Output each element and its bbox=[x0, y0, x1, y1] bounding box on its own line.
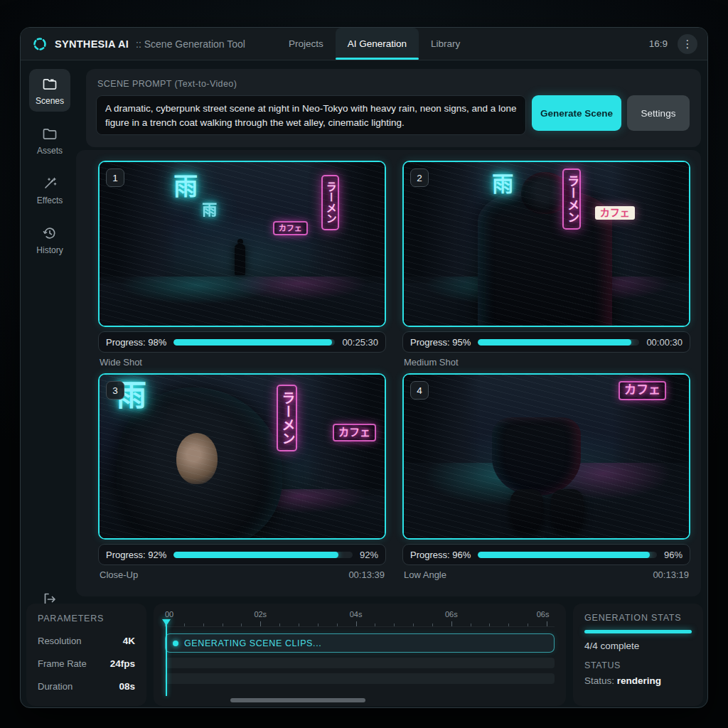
app-title: SYNTHESIA AI bbox=[55, 38, 129, 50]
figure-silhouette bbox=[478, 191, 611, 327]
sidebar-item-effects[interactable]: Effects bbox=[29, 168, 70, 211]
tick-label-1: 02s bbox=[254, 610, 267, 619]
clip-shot-label: Low Angle bbox=[404, 569, 446, 580]
tab-ai-generation[interactable]: AI Generation bbox=[336, 28, 419, 60]
stats-progress-bar bbox=[584, 630, 692, 633]
timeline-ruler-labels: 00 02s 04s 06s 06s bbox=[165, 610, 555, 620]
tab-projects[interactable]: Projects bbox=[277, 28, 336, 60]
scene-prompt-input[interactable]: A dramatic, cyberpunk street scene at ni… bbox=[96, 95, 526, 135]
clip-card-4: カフェ 4 Progress: 96% 96% Low Angle 00:13: bbox=[402, 373, 690, 580]
stats-complete-label: 4/4 complete bbox=[584, 641, 692, 651]
stats-status-header: STATUS bbox=[584, 660, 692, 670]
clip-card-3: 雨 ラーメン カフェ 3 Progress: 92% 92% Close-Up … bbox=[98, 373, 386, 580]
progress-label: Progress: 96% bbox=[410, 550, 471, 560]
clip-shot-label: Close-Up bbox=[100, 569, 138, 580]
tab-library[interactable]: Library bbox=[419, 28, 472, 60]
tick-label-4: 06s bbox=[537, 610, 550, 619]
neon-sign-ramen: ラーメン bbox=[321, 175, 339, 230]
sidebar-label-history: History bbox=[36, 245, 63, 255]
sidebar-item-assets[interactable]: Assets bbox=[29, 119, 70, 161]
clip-progress-row: Progress: 96% 96% bbox=[402, 544, 690, 565]
neon-sign-rain: 雨 bbox=[492, 172, 513, 196]
settings-button[interactable]: Settings bbox=[627, 95, 690, 131]
status-value: rendering bbox=[617, 675, 661, 686]
param-row-resolution: Resolution 4K bbox=[38, 636, 135, 646]
neon-sign-ramen: ラーメン bbox=[277, 385, 297, 451]
clip-footer: Close-Up 00:13:39 bbox=[98, 569, 386, 580]
nav-tabs: Projects AI Generation Library bbox=[277, 28, 472, 60]
parameters-panel: PARAMETERS Resolution 4K Frame Rate 24fp… bbox=[26, 604, 146, 706]
sidebar-item-scenes[interactable]: Scenes bbox=[29, 69, 70, 112]
figure-boot-right bbox=[551, 489, 584, 530]
clip-number-badge: 4 bbox=[410, 381, 429, 400]
navbar-right: 16:9 ⋮ bbox=[649, 28, 697, 60]
clip-card-1: 雨 雨 ラーメン カフェ 1 Progress: 98% 00:25:30 Wi bbox=[98, 161, 386, 368]
folder-open-icon bbox=[41, 75, 58, 92]
clip-video-3[interactable]: 雨 ラーメン カフェ 3 bbox=[98, 373, 386, 540]
figure-coat bbox=[492, 417, 580, 496]
figure-boot-left bbox=[510, 489, 543, 530]
tick-label-3: 06s bbox=[445, 610, 458, 619]
clip-card-2: 雨 ラーメン カフェ 2 Progress: 95% 00:00:30 Medi… bbox=[402, 161, 690, 368]
neon-sign-ramen: ラーメン bbox=[562, 168, 582, 230]
neon-sign-cafe: カフェ bbox=[273, 221, 308, 235]
generating-label: GENERATING SCENE CLIPS... bbox=[184, 638, 321, 648]
clip-footer: Low Angle 00:13:19 bbox=[402, 569, 690, 580]
clip-video-2[interactable]: 雨 ラーメン カフェ 2 bbox=[402, 161, 690, 327]
clip-number-badge: 1 bbox=[106, 168, 124, 187]
param-row-duration: Duration 08s bbox=[38, 681, 135, 692]
clip-number-badge: 2 bbox=[410, 168, 429, 187]
generating-track[interactable]: GENERATING SCENE CLIPS... bbox=[165, 633, 555, 653]
progress-time: 00:25:30 bbox=[342, 337, 378, 348]
clip-scene-1: 雨 雨 ラーメン カフェ bbox=[100, 162, 385, 326]
brand-logo-icon bbox=[32, 36, 48, 52]
playhead-line[interactable] bbox=[166, 623, 167, 696]
param-label: Frame Rate bbox=[38, 658, 87, 669]
app-subtitle: :: Scene Generation Tool bbox=[136, 38, 245, 50]
clip-video-1[interactable]: 雨 雨 ラーメン カフェ 1 bbox=[98, 161, 386, 327]
sidebar-label-scenes: Scenes bbox=[36, 96, 64, 106]
parameters-title: PARAMETERS bbox=[38, 614, 135, 623]
timeline-track-empty-2[interactable] bbox=[165, 673, 555, 684]
magic-wand-icon bbox=[41, 175, 58, 192]
neon-sign-cafe: カフェ bbox=[619, 381, 666, 400]
timeline-scrollbar[interactable] bbox=[230, 698, 365, 702]
timeline-track-empty-1[interactable] bbox=[165, 658, 555, 668]
timeline-panel[interactable]: 00 02s 04s 06s 06s GENERATING SCENE CLIP… bbox=[154, 604, 566, 706]
clip-scene-4: カフェ bbox=[404, 375, 689, 538]
clip-progress-row: Progress: 92% 92% bbox=[98, 544, 386, 565]
clip-shot-label: Wide Shot bbox=[100, 357, 142, 368]
sidebar-label-effects: Effects bbox=[37, 196, 63, 205]
param-value: 08s bbox=[119, 681, 135, 692]
folder-icon bbox=[41, 125, 58, 142]
progress-bar bbox=[173, 339, 335, 346]
neon-sign-rain: 雨 bbox=[173, 173, 198, 200]
progress-time: 00:00:30 bbox=[646, 337, 682, 348]
generate-scene-button[interactable]: Generate Scene bbox=[532, 95, 621, 131]
ruler-ticks bbox=[165, 621, 555, 627]
clip-time-label: 00:13:19 bbox=[653, 569, 689, 580]
brand: SYNTHESIA AI :: Scene Generation Tool bbox=[21, 36, 245, 52]
neon-sign-rain-small: 雨 bbox=[202, 201, 217, 218]
generation-stats-panel: GENERATION STATS 4/4 complete STATUS Sta… bbox=[573, 604, 703, 706]
progress-bar bbox=[478, 339, 639, 346]
history-clock-icon bbox=[41, 225, 58, 242]
cafe-sign: カフェ bbox=[595, 206, 635, 220]
progress-bar bbox=[478, 552, 657, 558]
kebab-menu-icon[interactable]: ⋮ bbox=[678, 34, 697, 54]
clip-progress-row: Progress: 98% 00:25:30 bbox=[98, 331, 386, 353]
clip-video-4[interactable]: カフェ 4 bbox=[402, 373, 690, 540]
neon-sign-cafe: カフェ bbox=[333, 424, 376, 441]
stats-status-line: Status: rendering bbox=[584, 675, 692, 686]
sidebar-item-history[interactable]: History bbox=[29, 218, 70, 261]
clip-scene-3: 雨 ラーメン カフェ bbox=[100, 375, 385, 538]
clip-number-badge: 3 bbox=[106, 381, 124, 400]
clip-scene-2: 雨 ラーメン カフェ bbox=[404, 162, 689, 326]
progress-label: Progress: 98% bbox=[106, 337, 166, 348]
clip-time-label: 00:13:39 bbox=[348, 569, 385, 580]
tick-label-0: 00 bbox=[165, 610, 173, 619]
param-value: 24fps bbox=[110, 658, 135, 669]
clip-footer: Medium Shot bbox=[402, 357, 690, 368]
progress-pct: 96% bbox=[664, 550, 682, 560]
status-dot-icon bbox=[173, 641, 178, 646]
